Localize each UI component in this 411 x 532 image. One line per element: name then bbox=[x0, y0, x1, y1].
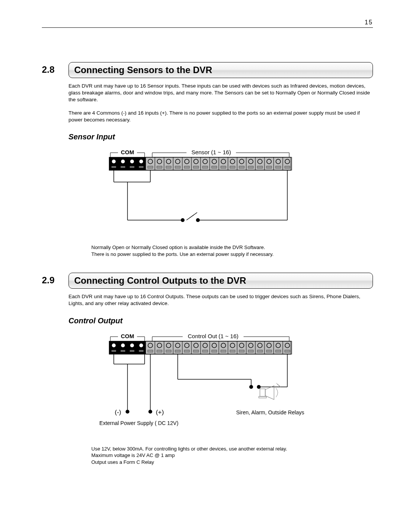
svg-rect-91 bbox=[121, 350, 125, 352]
svg-rect-126 bbox=[239, 350, 244, 352]
com-label: COM bbox=[121, 333, 134, 339]
page: 15 2.8 Connecting Sensors to the DVR Eac… bbox=[0, 0, 411, 503]
svg-point-11 bbox=[121, 160, 125, 163]
svg-point-151 bbox=[257, 385, 261, 389]
svg-rect-65 bbox=[285, 166, 290, 168]
section-body: Each DVR unit may have up to 16 Control … bbox=[68, 293, 373, 307]
svg-point-88 bbox=[130, 343, 134, 347]
svg-point-13 bbox=[139, 160, 143, 163]
note-line: There is no power supplied to the ports.… bbox=[91, 251, 373, 258]
svg-rect-85 bbox=[109, 341, 146, 354]
section-header-2-9: 2.9 Connecting Control Outputs to the DV… bbox=[42, 273, 373, 289]
section-number: 2.8 bbox=[42, 62, 68, 78]
plus-label: (+) bbox=[156, 409, 164, 416]
svg-point-146 bbox=[126, 410, 129, 414]
svg-rect-138 bbox=[276, 350, 281, 352]
control-terminals bbox=[146, 341, 292, 354]
svg-rect-14 bbox=[112, 166, 116, 168]
svg-line-75 bbox=[186, 212, 197, 220]
svg-rect-129 bbox=[248, 350, 253, 352]
svg-rect-62 bbox=[276, 166, 281, 168]
notes-section1: Normally Open or Normally Closed option … bbox=[91, 244, 373, 257]
svg-rect-111 bbox=[193, 350, 199, 352]
notes-section2: Use 12V, below 300mA. For controlling li… bbox=[91, 446, 373, 466]
svg-rect-23 bbox=[157, 166, 162, 168]
svg-rect-135 bbox=[266, 350, 272, 352]
svg-rect-157 bbox=[260, 389, 265, 396]
svg-rect-47 bbox=[230, 166, 235, 168]
svg-rect-9 bbox=[109, 157, 146, 170]
note-line: Use 12V, below 300mA. For controlling li… bbox=[91, 446, 373, 452]
sensor-label: Sensor (1 ~ 16) bbox=[191, 149, 231, 155]
svg-rect-29 bbox=[175, 166, 180, 168]
section-title: Connecting Control Outputs to the DVR bbox=[68, 273, 373, 289]
svg-point-86 bbox=[112, 343, 116, 347]
minus-label: (-) bbox=[115, 409, 121, 416]
svg-rect-53 bbox=[248, 166, 253, 168]
paragraph: Each DVR unit may have up to 16 Control … bbox=[68, 293, 373, 307]
svg-point-89 bbox=[139, 343, 143, 347]
svg-point-155 bbox=[249, 385, 253, 389]
svg-rect-132 bbox=[257, 350, 263, 352]
section-body: Each DVR unit may have up to 16 Sensor i… bbox=[68, 83, 373, 123]
siren-label: Siren, Alarm, Outside Relays bbox=[236, 409, 304, 415]
paragraph: Each DVR unit may have up to 16 Sensor i… bbox=[68, 83, 373, 104]
section-header-2-8: 2.8 Connecting Sensors to the DVR bbox=[42, 62, 373, 78]
section-title: Connecting Sensors to the DVR bbox=[68, 62, 373, 78]
svg-rect-35 bbox=[193, 166, 199, 168]
svg-rect-114 bbox=[202, 350, 208, 352]
note-line: Maximum voltage is 24V AC @ 1 amp bbox=[91, 452, 373, 459]
svg-rect-105 bbox=[175, 350, 180, 352]
sensor-terminals bbox=[146, 157, 292, 170]
svg-rect-108 bbox=[184, 350, 190, 352]
svg-point-12 bbox=[130, 160, 134, 163]
svg-point-10 bbox=[112, 160, 116, 163]
svg-rect-90 bbox=[112, 350, 116, 352]
svg-point-74 bbox=[196, 218, 200, 222]
control-out-label: Control Out (1 ~ 16) bbox=[188, 333, 239, 339]
sensor-input-diagram: COM Sensor (1 ~ 16) bbox=[68, 146, 373, 235]
svg-rect-16 bbox=[130, 166, 134, 168]
svg-rect-120 bbox=[221, 350, 226, 352]
svg-rect-50 bbox=[239, 166, 244, 168]
svg-rect-117 bbox=[212, 350, 217, 352]
svg-rect-141 bbox=[285, 350, 290, 352]
note-line: Output uses a Form C Relay bbox=[91, 459, 373, 466]
svg-rect-102 bbox=[166, 350, 171, 352]
svg-rect-59 bbox=[266, 166, 272, 168]
paragraph: There are 4 Commons (-) and 16 inputs (+… bbox=[68, 110, 373, 123]
svg-rect-96 bbox=[148, 350, 153, 352]
svg-rect-92 bbox=[130, 350, 134, 352]
svg-rect-99 bbox=[157, 350, 162, 352]
page-number: 15 bbox=[42, 19, 373, 28]
subheading-control-output: Control Output bbox=[68, 316, 373, 325]
svg-rect-123 bbox=[230, 350, 235, 352]
ext-power-label: External Power Supply ( DC 12V) bbox=[99, 420, 178, 426]
svg-point-71 bbox=[181, 218, 185, 222]
svg-rect-56 bbox=[257, 166, 263, 168]
svg-rect-20 bbox=[148, 166, 153, 168]
svg-rect-17 bbox=[139, 166, 143, 168]
svg-rect-41 bbox=[212, 166, 217, 168]
svg-rect-26 bbox=[166, 166, 171, 168]
section-number: 2.9 bbox=[42, 273, 68, 289]
svg-rect-15 bbox=[121, 166, 125, 168]
subheading-sensor-input: Sensor Input bbox=[68, 133, 373, 141]
svg-rect-32 bbox=[184, 166, 190, 168]
svg-rect-38 bbox=[202, 166, 208, 168]
svg-point-87 bbox=[121, 343, 125, 347]
note-line: Normally Open or Normally Closed option … bbox=[91, 244, 373, 251]
control-output-diagram: COM Control Out (1 ~ 16) bbox=[68, 330, 373, 438]
svg-point-148 bbox=[148, 410, 152, 414]
siren-icon bbox=[259, 383, 281, 399]
svg-rect-44 bbox=[221, 166, 226, 168]
com-label: COM bbox=[121, 149, 134, 155]
svg-rect-93 bbox=[139, 350, 143, 352]
